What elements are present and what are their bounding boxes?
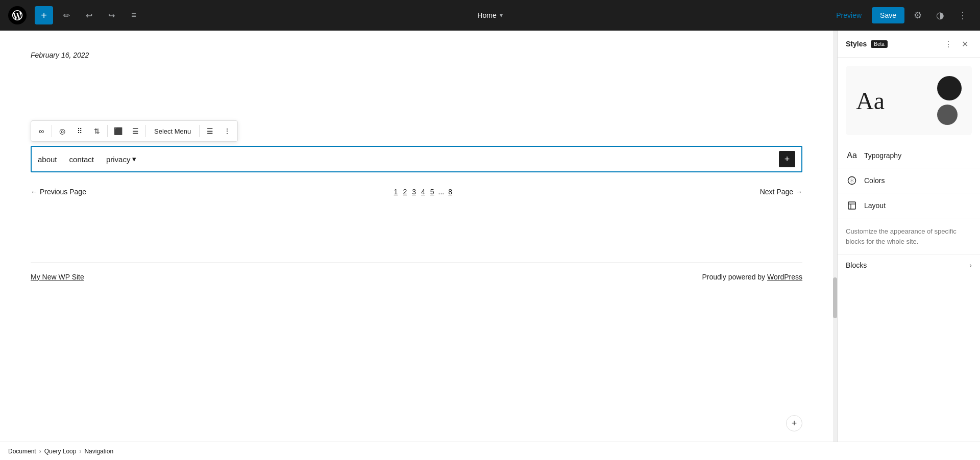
site-footer: My New WP Site Proudly powered by WordPr… bbox=[31, 262, 802, 281]
layout-label: Layout bbox=[864, 201, 886, 210]
redo-button[interactable]: ↪ bbox=[102, 6, 120, 24]
style-circle-large bbox=[937, 76, 962, 100]
undo-button[interactable]: ↩ bbox=[80, 6, 98, 24]
post-date: February 16, 2022 bbox=[31, 51, 802, 59]
breadcrumb-bar: Document › Query Loop › Navigation bbox=[0, 442, 980, 460]
edit-tool-button[interactable]: ✏ bbox=[57, 6, 76, 24]
next-page-link[interactable]: Next Page → bbox=[760, 188, 802, 196]
top-toolbar: + ✏ ↩ ↪ ≡ Home ▾ Preview Save ⚙ ◑ ⋮ bbox=[0, 0, 980, 31]
page-title: Home bbox=[477, 11, 496, 19]
typography-label: Typography bbox=[864, 151, 901, 160]
page-title-chevron-icon: ▾ bbox=[500, 12, 503, 19]
style-circle-small bbox=[937, 105, 958, 125]
main-container: February 16, 2022 ∞ ◎ ⠿ ⇅ ⬛ ☰ Select Men… bbox=[0, 31, 980, 442]
move-up-down-button[interactable]: ⇅ bbox=[89, 123, 105, 139]
text-align-button[interactable]: ☰ bbox=[202, 123, 218, 139]
nav-add-item-button[interactable]: + bbox=[779, 151, 795, 167]
blocks-chevron-icon: › bbox=[969, 261, 972, 269]
drag-handle-button[interactable]: ⠿ bbox=[71, 123, 88, 139]
colors-icon bbox=[846, 174, 858, 187]
nav-link-icon-button[interactable]: ∞ bbox=[33, 123, 50, 139]
more-block-options-button[interactable]: ⋮ bbox=[219, 123, 235, 139]
svg-rect-0 bbox=[848, 202, 855, 209]
panel-header-icons: ⋮ ✕ bbox=[941, 37, 972, 51]
panel-beta-badge: Beta bbox=[871, 40, 888, 48]
pagination-ellipsis: ... bbox=[437, 187, 446, 197]
pagination-numbers: 1 2 3 4 5 ... 8 bbox=[392, 187, 454, 197]
wordpress-link[interactable]: WordPress bbox=[767, 273, 802, 281]
styles-panel: Styles Beta ⋮ ✕ Aa Aa Typography bbox=[837, 31, 980, 442]
canvas-scrollbar[interactable] bbox=[833, 31, 837, 442]
colors-menu-item[interactable]: Colors bbox=[838, 168, 980, 193]
navigation-block[interactable]: about contact privacy ▾ + bbox=[31, 146, 802, 172]
block-toolbar: ∞ ◎ ⠿ ⇅ ⬛ ☰ Select Menu ☰ ⋮ bbox=[31, 120, 238, 142]
breadcrumb-document[interactable]: Document bbox=[8, 448, 36, 455]
nav-links-container: about contact privacy ▾ bbox=[38, 155, 136, 164]
theme-toggle-button[interactable]: ◑ bbox=[931, 6, 949, 24]
layout-menu-item[interactable]: Layout bbox=[838, 193, 980, 218]
preview-button[interactable]: Preview bbox=[830, 8, 868, 22]
previous-page-link[interactable]: ← Previous Page bbox=[31, 188, 86, 196]
page-5-link[interactable]: 5 bbox=[428, 187, 436, 197]
panel-title: Styles bbox=[846, 40, 867, 48]
add-block-bottom-button[interactable]: + bbox=[786, 415, 802, 431]
info-button[interactable]: ◎ bbox=[54, 123, 70, 139]
settings-button[interactable]: ⚙ bbox=[909, 6, 927, 24]
toolbar-divider-1 bbox=[52, 125, 52, 137]
wp-logo-icon bbox=[12, 10, 22, 20]
toolbar-divider-4 bbox=[199, 125, 200, 137]
pagination-row: ← Previous Page 1 2 3 4 5 ... 8 Next Pag… bbox=[31, 183, 802, 201]
privacy-chevron-icon: ▾ bbox=[132, 155, 136, 164]
wp-logo[interactable] bbox=[8, 6, 27, 24]
nav-link-about[interactable]: about bbox=[38, 155, 57, 164]
colors-label: Colors bbox=[864, 176, 885, 185]
page-1-link[interactable]: 1 bbox=[392, 187, 400, 197]
nav-link-privacy[interactable]: privacy ▾ bbox=[106, 155, 137, 164]
add-block-button[interactable]: + bbox=[35, 6, 53, 24]
canvas-inner: February 16, 2022 ∞ ◎ ⠿ ⇅ ⬛ ☰ Select Men… bbox=[0, 31, 833, 442]
page-8-link[interactable]: 8 bbox=[446, 187, 454, 197]
canvas-area: February 16, 2022 ∞ ◎ ⠿ ⇅ ⬛ ☰ Select Men… bbox=[0, 31, 833, 442]
list-view-button[interactable]: ≡ bbox=[125, 6, 143, 24]
select-menu-button[interactable]: Select Menu bbox=[148, 123, 197, 139]
page-2-link[interactable]: 2 bbox=[401, 187, 409, 197]
breadcrumb-sep-2: › bbox=[79, 448, 81, 455]
toolbar-right: Preview Save ⚙ ◑ ⋮ bbox=[830, 6, 972, 24]
justify-left-button[interactable]: ⬛ bbox=[110, 123, 126, 139]
toolbar-center: Home ▾ bbox=[477, 11, 502, 19]
powered-by-text: Proudly powered by bbox=[702, 273, 767, 281]
toolbar-divider-2 bbox=[107, 125, 108, 137]
breadcrumb-sep-1: › bbox=[39, 448, 41, 455]
style-preview-card: Aa bbox=[846, 66, 972, 135]
blocks-label: Blocks bbox=[846, 261, 867, 269]
footer-site-link[interactable]: My New WP Site bbox=[31, 273, 84, 281]
panel-header: Styles Beta ⋮ ✕ bbox=[838, 31, 980, 58]
typography-menu-item[interactable]: Aa Typography bbox=[838, 143, 980, 168]
style-preview-text: Aa bbox=[856, 87, 885, 115]
save-button[interactable]: Save bbox=[872, 7, 904, 23]
footer-powered-text: Proudly powered by WordPress bbox=[702, 273, 802, 281]
typography-icon: Aa bbox=[846, 149, 858, 162]
blocks-menu-item[interactable]: Blocks › bbox=[838, 254, 980, 275]
breadcrumb-navigation: Navigation bbox=[84, 448, 113, 455]
panel-more-options-button[interactable]: ⋮ bbox=[941, 37, 955, 51]
breadcrumb-query-loop[interactable]: Query Loop bbox=[44, 448, 77, 455]
style-preview-circles bbox=[937, 76, 962, 125]
page-4-link[interactable]: 4 bbox=[419, 187, 427, 197]
toolbar-divider-3 bbox=[145, 125, 146, 137]
panel-description: Customize the appearance of specific blo… bbox=[838, 218, 980, 254]
layout-icon bbox=[846, 199, 858, 212]
more-options-button[interactable]: ⋮ bbox=[953, 6, 972, 24]
nav-link-contact[interactable]: contact bbox=[69, 155, 94, 164]
page-3-link[interactable]: 3 bbox=[410, 187, 418, 197]
panel-close-button[interactable]: ✕ bbox=[958, 37, 972, 51]
scrollbar-thumb[interactable] bbox=[833, 277, 837, 318]
align-center-button[interactable]: ☰ bbox=[127, 123, 143, 139]
